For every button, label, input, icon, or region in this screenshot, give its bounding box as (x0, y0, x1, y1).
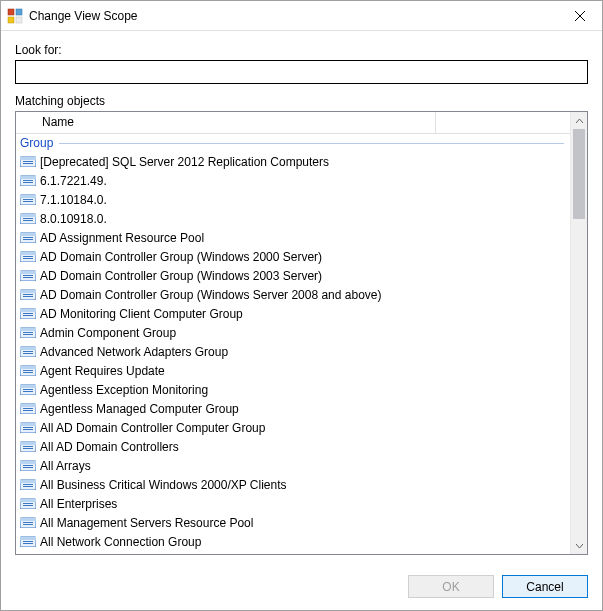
svg-rect-12 (23, 180, 33, 181)
list-item[interactable]: AD Domain Controller Group (Windows 2003… (16, 266, 570, 285)
svg-rect-7 (20, 157, 36, 160)
list-item[interactable]: All Enterprises (16, 494, 570, 513)
ok-button: OK (408, 575, 494, 598)
svg-rect-83 (20, 518, 36, 521)
list-item-label: AD Assignment Resource Pool (40, 231, 204, 245)
svg-rect-55 (20, 385, 36, 388)
titlebar: Change View Scope (1, 1, 602, 31)
vertical-scrollbar[interactable] (570, 112, 587, 554)
column-gutter[interactable] (16, 112, 36, 133)
list-item[interactable]: All AD Domain Controllers (16, 437, 570, 456)
group-icon (20, 478, 36, 492)
list-item[interactable]: All Business Critical Windows 2000/XP Cl… (16, 475, 570, 494)
list-item[interactable]: Agentless Managed Computer Group (16, 399, 570, 418)
list-item[interactable]: Admin Component Group (16, 323, 570, 342)
svg-rect-29 (23, 258, 33, 259)
list-item-label: AD Monitoring Client Computer Group (40, 307, 243, 321)
svg-rect-2 (8, 17, 14, 23)
group-icon (20, 231, 36, 245)
svg-rect-59 (20, 404, 36, 407)
scroll-track[interactable] (571, 129, 587, 537)
scroll-thumb[interactable] (573, 129, 585, 219)
svg-rect-61 (23, 410, 33, 411)
list-item[interactable]: All Management Servers Resource Pool (16, 513, 570, 532)
column-name[interactable]: Name (36, 112, 436, 133)
list-item[interactable]: AD Assignment Resource Pool (16, 228, 570, 247)
svg-rect-21 (23, 220, 33, 221)
svg-rect-11 (20, 176, 36, 179)
svg-rect-9 (23, 163, 33, 164)
svg-rect-1 (16, 9, 22, 15)
list-item[interactable]: 7.1.10184.0. (16, 190, 570, 209)
group-icon (20, 288, 36, 302)
list-body: Group [Deprecated] SQL Server 2012 Repli… (16, 134, 570, 554)
list-item[interactable]: [Deprecated] SQL Server 2012 Replication… (16, 152, 570, 171)
svg-rect-87 (20, 537, 36, 540)
list-item[interactable]: AD Domain Controller Group (Windows Serv… (16, 285, 570, 304)
svg-rect-85 (23, 524, 33, 525)
group-icon (20, 421, 36, 435)
svg-rect-81 (23, 505, 33, 506)
list-item-label: 8.0.10918.0. (40, 212, 107, 226)
svg-rect-13 (23, 182, 33, 183)
list-item-label: 6.1.7221.49. (40, 174, 107, 188)
look-for-input[interactable] (15, 60, 588, 84)
svg-rect-16 (23, 199, 33, 200)
svg-rect-17 (23, 201, 33, 202)
window-title: Change View Scope (29, 9, 557, 23)
svg-rect-75 (20, 480, 36, 483)
list-item[interactable]: All AD Domain Controller Computer Group (16, 418, 570, 437)
svg-rect-33 (23, 277, 33, 278)
list-item[interactable]: Agentless Exception Monitoring (16, 380, 570, 399)
column-spacer[interactable] (436, 112, 570, 133)
close-button[interactable] (557, 1, 602, 31)
list-item[interactable]: 6.1.7221.49. (16, 171, 570, 190)
svg-rect-23 (20, 233, 36, 236)
list-item-label: Advanced Network Adapters Group (40, 345, 228, 359)
svg-rect-51 (20, 366, 36, 369)
list-item-label: All Arrays (40, 459, 91, 473)
svg-rect-19 (20, 214, 36, 217)
scroll-up-button[interactable] (571, 112, 587, 129)
svg-rect-65 (23, 429, 33, 430)
dialog-window: Change View Scope Look for: Matching obj… (0, 0, 603, 611)
group-icon (20, 307, 36, 321)
cancel-button[interactable]: Cancel (502, 575, 588, 598)
list-item[interactable]: Agent Requires Update (16, 361, 570, 380)
group-icon (20, 497, 36, 511)
svg-rect-79 (20, 499, 36, 502)
svg-rect-36 (23, 294, 33, 295)
svg-rect-20 (23, 218, 33, 219)
svg-rect-84 (23, 522, 33, 523)
svg-rect-15 (20, 195, 36, 198)
svg-rect-24 (23, 237, 33, 238)
look-for-label: Look for: (15, 43, 588, 57)
list-item-label: [Deprecated] SQL Server 2012 Replication… (40, 155, 329, 169)
list-item[interactable]: AD Domain Controller Group (Windows 2000… (16, 247, 570, 266)
svg-rect-57 (23, 391, 33, 392)
group-icon (20, 155, 36, 169)
group-header-row[interactable]: Group (16, 134, 570, 152)
group-icon (20, 269, 36, 283)
group-icon (20, 402, 36, 416)
list-item[interactable]: 8.0.10918.0. (16, 209, 570, 228)
list-item-label: All Business Critical Windows 2000/XP Cl… (40, 478, 287, 492)
list-item[interactable]: AD Monitoring Client Computer Group (16, 304, 570, 323)
app-icon (7, 8, 23, 24)
list-item-label: All Network Connection Group (40, 535, 201, 549)
matching-objects-list[interactable]: Name Group [Deprecated] SQL Server 2012 … (15, 111, 588, 555)
svg-rect-31 (20, 271, 36, 274)
list-item[interactable]: All Arrays (16, 456, 570, 475)
svg-rect-43 (20, 328, 36, 331)
scroll-down-button[interactable] (571, 537, 587, 554)
list-content: Name Group [Deprecated] SQL Server 2012 … (16, 112, 570, 554)
list-item[interactable]: All Network Connection Group (16, 532, 570, 551)
list-item-label: All AD Domain Controllers (40, 440, 179, 454)
group-header-line (59, 143, 564, 144)
svg-rect-73 (23, 467, 33, 468)
list-item[interactable]: Advanced Network Adapters Group (16, 342, 570, 361)
svg-rect-0 (8, 9, 14, 15)
chevron-down-icon (576, 544, 583, 548)
group-icon (20, 440, 36, 454)
matching-objects-label: Matching objects (15, 94, 588, 108)
